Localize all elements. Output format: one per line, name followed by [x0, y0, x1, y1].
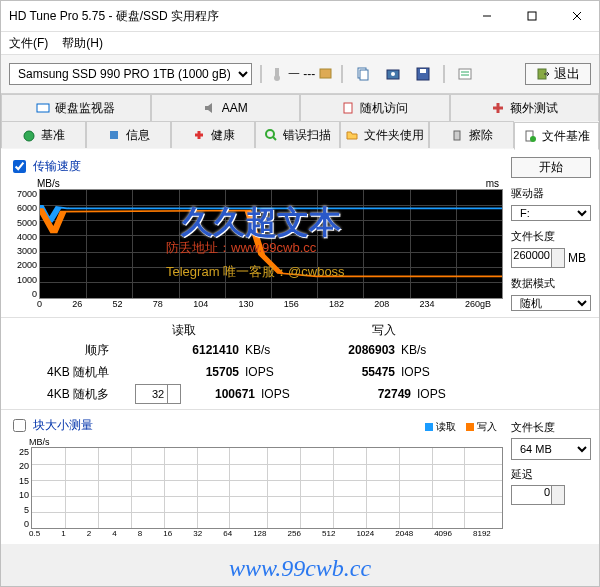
- plus-icon: [491, 101, 505, 115]
- svg-rect-22: [110, 131, 118, 139]
- menubar: 文件(F) 帮助(H): [1, 32, 599, 55]
- tab-aam[interactable]: AAM: [151, 94, 301, 121]
- datamode-label: 数据模式: [511, 276, 591, 291]
- y-axis-right-unit: ms: [486, 178, 499, 189]
- drive-select[interactable]: Samsung SSD 990 PRO 1TB (1000 gB): [9, 63, 252, 85]
- tab-random-access[interactable]: 随机访问: [300, 94, 450, 121]
- transfer-speed-label: 传输速度: [33, 158, 81, 175]
- tab-info[interactable]: 信息: [86, 121, 171, 148]
- minimize-button[interactable]: [464, 1, 509, 31]
- temp-settings-icon[interactable]: [319, 67, 333, 81]
- svg-rect-25: [454, 131, 460, 140]
- close-button[interactable]: [554, 1, 599, 31]
- filelen-label: 文件长度: [511, 229, 591, 244]
- svg-point-10: [391, 72, 395, 76]
- col-read: 读取: [109, 322, 259, 339]
- svg-point-23: [266, 130, 274, 138]
- svg-rect-17: [37, 104, 49, 112]
- document-icon: [341, 101, 355, 115]
- toolbar: Samsung SSD 990 PRO 1TB (1000 gB) 一 --- …: [1, 55, 599, 94]
- queue-depth-spinner[interactable]: 32: [135, 384, 181, 404]
- maximize-button[interactable]: [509, 1, 554, 31]
- filelen-unit: MB: [568, 251, 586, 265]
- svg-rect-1: [528, 12, 536, 20]
- svg-point-21: [24, 131, 34, 141]
- result-row-sequential: 顺序 6121410KB/s 2086903KB/s: [9, 339, 591, 361]
- drive-letter-select[interactable]: F:: [511, 205, 591, 221]
- tab-folder-usage[interactable]: 文件夹使用: [340, 121, 429, 148]
- tab-disk-monitor[interactable]: 硬盘监视器: [1, 94, 151, 121]
- result-row-4k-multi: 4KB 随机多 32 100671IOPS 72749IOPS: [9, 383, 591, 405]
- info-icon: [107, 128, 121, 142]
- copy-icon[interactable]: [351, 62, 375, 86]
- delay-spinner[interactable]: 0: [511, 485, 565, 505]
- menu-file[interactable]: 文件(F): [9, 35, 48, 52]
- speaker-icon: [203, 101, 217, 115]
- block-legend: 读取 写入: [425, 420, 503, 434]
- separator: [341, 65, 343, 83]
- results-table: 读取 写入 顺序 6121410KB/s 2086903KB/s 4KB 随机单…: [1, 317, 599, 409]
- tab-health[interactable]: 健康: [171, 121, 256, 148]
- drive-label: 驱动器: [511, 186, 591, 201]
- block-x-axis: 0.512481632641282565121024204840968192: [9, 529, 503, 538]
- tab-extra-tests[interactable]: 额外测试: [450, 94, 600, 121]
- result-row-4k-single: 4KB 随机单 15705IOPS 55475IOPS: [9, 361, 591, 383]
- app-window: HD Tune Pro 5.75 - 硬盘/SSD 实用程序 文件(F) 帮助(…: [0, 0, 600, 587]
- transfer-speed-checkbox[interactable]: [13, 160, 26, 173]
- door-icon: [536, 67, 550, 81]
- svg-rect-12: [420, 69, 426, 73]
- block-filelen-select[interactable]: 64 MB: [511, 438, 591, 460]
- block-size-checkbox[interactable]: [13, 419, 26, 432]
- svg-rect-18: [344, 103, 352, 113]
- start-button[interactable]: 开始: [511, 157, 591, 178]
- svg-point-5: [274, 75, 280, 81]
- file-icon: [523, 129, 537, 143]
- scan-icon: [264, 128, 278, 142]
- svg-rect-8: [360, 70, 368, 80]
- block-chart: 25 20 15 10 5 0: [9, 447, 503, 529]
- datamode-select[interactable]: 随机: [511, 295, 591, 311]
- separator: [260, 65, 262, 83]
- block-y-axis: 25 20 15 10 5 0: [9, 447, 31, 529]
- filelen-spinner[interactable]: 260000: [511, 248, 565, 268]
- window-title: HD Tune Pro 5.75 - 硬盘/SSD 实用程序: [9, 8, 219, 25]
- block-side-controls: 文件长度 64 MB 延迟 0: [511, 416, 591, 538]
- temperature-value: 一 ---: [288, 66, 315, 83]
- menu-help[interactable]: 帮助(H): [62, 35, 103, 52]
- file-benchmark-panel: 传输速度 MB/s ms 7000 6000 5000 4000 3000 20…: [1, 149, 599, 317]
- exit-button[interactable]: 退出: [525, 63, 591, 85]
- temperature-display: 一 ---: [270, 66, 333, 83]
- titlebar: HD Tune Pro 5.75 - 硬盘/SSD 实用程序: [1, 1, 599, 32]
- tab-error-scan[interactable]: 错误扫描: [255, 121, 340, 148]
- tab-benchmark[interactable]: 基准: [1, 121, 86, 148]
- delay-label: 延迟: [511, 467, 591, 482]
- footer-watermark: www.99cwb.cc: [1, 555, 599, 582]
- block-chart-area: 块大小测量 读取 写入 MB/s 25 20 15 10 5 0: [9, 416, 503, 538]
- save-icon[interactable]: [411, 62, 435, 86]
- block-size-panel: 块大小测量 读取 写入 MB/s 25 20 15 10 5 0: [1, 409, 599, 544]
- health-icon: [192, 128, 206, 142]
- options-icon[interactable]: [453, 62, 477, 86]
- side-controls: 开始 驱动器 F: 文件长度 260000 MB 数据模式 随机: [511, 157, 591, 309]
- tabs-row-upper: 硬盘监视器 AAM 随机访问 额外测试: [1, 94, 599, 121]
- folder-icon: [345, 128, 359, 142]
- tabs-row-lower: 基准 信息 健康 错误扫描 文件夹使用 擦除 文件基准: [1, 121, 599, 149]
- svg-line-24: [273, 137, 276, 140]
- erase-icon: [450, 128, 464, 142]
- thermometer-icon: [270, 67, 284, 81]
- separator: [443, 65, 445, 83]
- col-write: 写入: [319, 322, 449, 339]
- y-axis-left-unit: MB/s: [37, 178, 60, 189]
- gauge-icon: [22, 128, 36, 142]
- svg-rect-13: [459, 69, 471, 79]
- screenshot-icon[interactable]: [381, 62, 405, 86]
- transfer-chart-area: 传输速度 MB/s ms 7000 6000 5000 4000 3000 20…: [9, 157, 503, 309]
- tab-erase[interactable]: 擦除: [429, 121, 514, 148]
- monitor-icon: [36, 101, 50, 115]
- block-plot: [31, 447, 503, 529]
- write-series: [40, 190, 502, 298]
- block-filelen-label: 文件长度: [511, 420, 591, 435]
- svg-rect-6: [320, 69, 331, 78]
- tab-file-benchmark[interactable]: 文件基准: [514, 122, 599, 150]
- y-axis-left: 7000 6000 5000 4000 3000 2000 1000 0: [9, 189, 39, 299]
